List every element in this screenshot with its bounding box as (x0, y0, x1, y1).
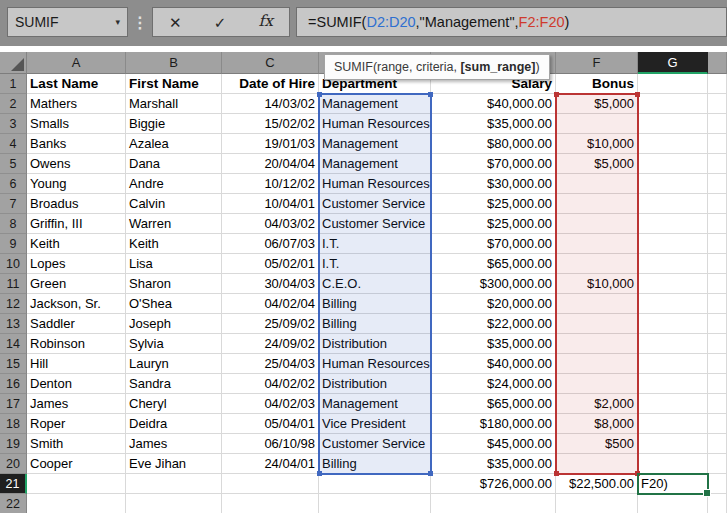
cell-B22[interactable] (126, 494, 222, 513)
cell-A4[interactable]: Banks (27, 134, 126, 154)
cell-D11[interactable]: C.E.O. (319, 274, 431, 294)
cell-G13[interactable] (638, 314, 708, 334)
cell-A17[interactable]: James (27, 394, 126, 414)
row-header-1[interactable]: 1 (0, 74, 27, 94)
cell-E16[interactable]: $24,000.00 (431, 374, 556, 394)
cell-H11[interactable] (708, 274, 727, 294)
cell-B18[interactable]: Deidra (126, 414, 222, 434)
cell-E3[interactable]: $35,000.00 (431, 114, 556, 134)
cell-H17[interactable] (708, 394, 727, 414)
cell-E19[interactable]: $45,000.00 (431, 434, 556, 454)
cell-E17[interactable]: $65,000.00 (431, 394, 556, 414)
cell-F4[interactable]: $10,000 (556, 134, 638, 154)
row-header-20[interactable]: 20 (0, 454, 27, 474)
cell-D13[interactable]: Billing (319, 314, 431, 334)
cell-C6[interactable]: 10/12/02 (222, 174, 319, 194)
cell-F17[interactable]: $2,000 (556, 394, 638, 414)
cell-C7[interactable]: 10/04/01 (222, 194, 319, 214)
cell-F12[interactable] (556, 294, 638, 314)
cell-E2[interactable]: $40,000.00 (431, 94, 556, 114)
column-header-A[interactable]: A (27, 52, 126, 74)
cell-A12[interactable]: Jackson, Sr. (27, 294, 126, 314)
cell-C9[interactable]: 06/07/03 (222, 234, 319, 254)
name-box-dropdown-icon[interactable]: ▾ (115, 17, 120, 27)
cell-H19[interactable] (708, 434, 727, 454)
cell-G21[interactable]: F20) (638, 474, 708, 494)
row-header-3[interactable]: 3 (0, 114, 27, 134)
cell-D15[interactable]: Human Resources (319, 354, 431, 374)
formula-input[interactable]: =SUMIF(D2:D20,"Management",F2:F20) (296, 7, 727, 37)
cell-A19[interactable]: Smith (27, 434, 126, 454)
enter-icon[interactable]: ✓ (214, 15, 227, 30)
cell-A16[interactable]: Denton (27, 374, 126, 394)
cell-A15[interactable]: Hill (27, 354, 126, 374)
cell-C18[interactable]: 05/04/01 (222, 414, 319, 434)
cell-E9[interactable]: $70,000.00 (431, 234, 556, 254)
cell-H12[interactable] (708, 294, 727, 314)
cell-G11[interactable] (638, 274, 708, 294)
cell-G10[interactable] (638, 254, 708, 274)
column-header-G[interactable]: G (638, 52, 708, 74)
row-header-22[interactable]: 22 (0, 494, 27, 513)
cell-H5[interactable] (708, 154, 727, 174)
cell-C22[interactable] (222, 494, 319, 513)
cell-D9[interactable]: I.T. (319, 234, 431, 254)
cell-B17[interactable]: Cheryl (126, 394, 222, 414)
column-header-B[interactable]: B (126, 52, 222, 74)
row-header-10[interactable]: 10 (0, 254, 27, 274)
row-header-6[interactable]: 6 (0, 174, 27, 194)
cell-H13[interactable] (708, 314, 727, 334)
column-header-F[interactable]: F (556, 52, 638, 74)
cell-C13[interactable]: 25/09/02 (222, 314, 319, 334)
cell-D6[interactable]: Human Resources (319, 174, 431, 194)
cell-C21[interactable] (222, 474, 319, 494)
cell-C17[interactable]: 04/02/03 (222, 394, 319, 414)
cell-C4[interactable]: 19/01/03 (222, 134, 319, 154)
cell-F19[interactable]: $500 (556, 434, 638, 454)
row-header-5[interactable]: 5 (0, 154, 27, 174)
cell-B10[interactable]: Lisa (126, 254, 222, 274)
cell-H9[interactable] (708, 234, 727, 254)
cell-A21[interactable] (27, 474, 126, 494)
cell-D5[interactable]: Management (319, 154, 431, 174)
row-header-8[interactable]: 8 (0, 214, 27, 234)
cell-H10[interactable] (708, 254, 727, 274)
cell-F9[interactable] (556, 234, 638, 254)
cell-A20[interactable]: Cooper (27, 454, 126, 474)
cell-G3[interactable] (638, 114, 708, 134)
cell-H14[interactable] (708, 334, 727, 354)
cell-D7[interactable]: Customer Service (319, 194, 431, 214)
cell-C20[interactable]: 24/04/01 (222, 454, 319, 474)
row-header-7[interactable]: 7 (0, 194, 27, 214)
cell-H18[interactable] (708, 414, 727, 434)
cell-B5[interactable]: Dana (126, 154, 222, 174)
cell-H22[interactable] (708, 494, 727, 513)
cell-B19[interactable]: James (126, 434, 222, 454)
cell-A11[interactable]: Green (27, 274, 126, 294)
cell-G18[interactable] (638, 414, 708, 434)
cell-F18[interactable]: $8,000 (556, 414, 638, 434)
row-header-13[interactable]: 13 (0, 314, 27, 334)
cell-F7[interactable] (556, 194, 638, 214)
cell-C1[interactable]: Date of Hire (222, 74, 319, 94)
cell-E22[interactable] (431, 494, 556, 513)
cell-F14[interactable] (556, 334, 638, 354)
row-header-18[interactable]: 18 (0, 414, 27, 434)
cell-H8[interactable] (708, 214, 727, 234)
cell-G16[interactable] (638, 374, 708, 394)
cell-G9[interactable] (638, 234, 708, 254)
cell-B13[interactable]: Joseph (126, 314, 222, 334)
cell-C5[interactable]: 20/04/04 (222, 154, 319, 174)
cell-F3[interactable] (556, 114, 638, 134)
cancel-icon[interactable]: ✕ (169, 15, 182, 30)
row-header-12[interactable]: 12 (0, 294, 27, 314)
cell-D8[interactable]: Customer Service (319, 214, 431, 234)
cell-B8[interactable]: Warren (126, 214, 222, 234)
cell-D14[interactable]: Distribution (319, 334, 431, 354)
cell-D19[interactable]: Customer Service (319, 434, 431, 454)
cell-D21[interactable] (319, 474, 431, 494)
cell-A18[interactable]: Roper (27, 414, 126, 434)
cell-D2[interactable]: Management (319, 94, 431, 114)
cell-B20[interactable]: Eve Jihan (126, 454, 222, 474)
cell-F1[interactable]: Bonus (556, 74, 638, 94)
